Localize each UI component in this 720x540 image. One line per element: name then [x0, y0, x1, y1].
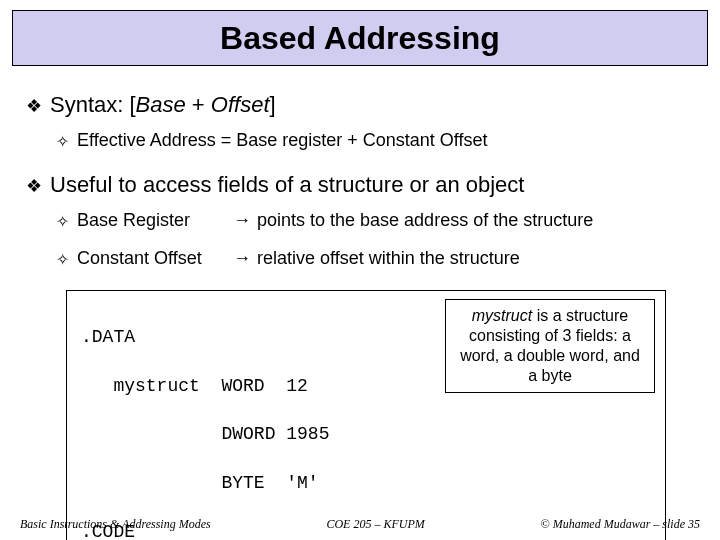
bullet-basereg: ✧ Base Register → points to the base add… [56, 210, 694, 234]
useful-text: Useful to access fields of a structure o… [50, 172, 524, 198]
bullet-effective: ✧ Effective Address = Base register + Co… [56, 130, 694, 154]
info-box: mystruct is a structure consisting of 3 … [445, 299, 655, 393]
bullet-useful: ❖ Useful to access fields of a structure… [26, 172, 694, 200]
syntax-offset: Offset [211, 92, 270, 117]
basereg-desc: points to the base address of the struct… [257, 210, 593, 231]
diamond-open-icon: ✧ [56, 248, 69, 272]
diamond-icon: ❖ [26, 172, 42, 200]
basereg-label: Base Register [77, 210, 227, 231]
effective-text: Effective Address = Base register + Cons… [77, 130, 488, 151]
bullet-offset: ✧ Constant Offset → relative offset with… [56, 248, 694, 272]
footer-right: © Muhamed Mudawar – slide 35 [541, 517, 700, 532]
syntax-text: Syntax: [Base + Offset] [50, 92, 276, 118]
arrow-icon: → [233, 210, 251, 231]
slide-content: ❖ Syntax: [Base + Offset] ✧ Effective Ad… [0, 66, 720, 540]
code-line: DWORD 1985 [81, 422, 651, 446]
diamond-open-icon: ✧ [56, 130, 69, 154]
syntax-prefix: Syntax: [ [50, 92, 136, 117]
code-line: BYTE 'M' [81, 471, 651, 495]
bullet-syntax: ❖ Syntax: [Base + Offset] [26, 92, 694, 120]
info-keyword: mystruct [472, 307, 532, 324]
arrow-icon: → [233, 248, 251, 269]
footer-center: COE 205 – KFUPM [326, 517, 424, 532]
offset-label: Constant Offset [77, 248, 227, 269]
slide-title: Based Addressing [220, 20, 500, 57]
syntax-suffix: ] [270, 92, 276, 117]
diamond-icon: ❖ [26, 92, 42, 120]
syntax-plus: + [186, 92, 211, 117]
diamond-open-icon: ✧ [56, 210, 69, 234]
title-bar: Based Addressing [12, 10, 708, 66]
offset-desc: relative offset within the structure [257, 248, 520, 269]
syntax-base: Base [136, 92, 186, 117]
code-box: .DATA mystruct WORD 12 DWORD 1985 BYTE '… [66, 290, 666, 540]
footer-left: Basic Instructions & Addressing Modes [20, 517, 211, 532]
footer: Basic Instructions & Addressing Modes CO… [0, 517, 720, 532]
